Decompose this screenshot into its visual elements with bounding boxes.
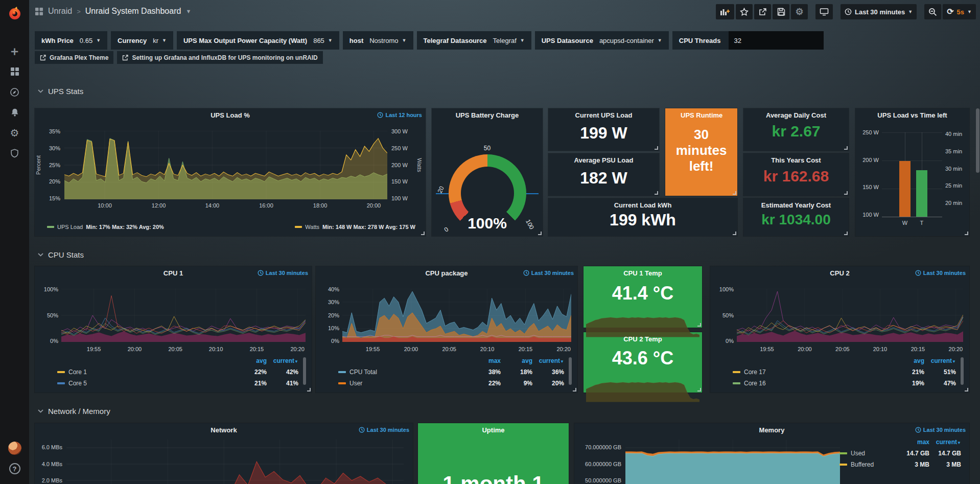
breadcrumb-page-title[interactable]: Unraid System Dashboard bbox=[85, 7, 181, 16]
link-grafana-plex-theme[interactable]: Grafana Plex Theme bbox=[35, 51, 113, 64]
refresh-button[interactable]: ⟳ 5s ▼ bbox=[943, 4, 976, 19]
cycle-view-mode-button[interactable] bbox=[815, 4, 833, 19]
legend-column-avg[interactable]: avg bbox=[501, 357, 532, 364]
variable-currency[interactable]: Currency kr▼ bbox=[111, 31, 173, 50]
panel-title[interactable]: This Years Cost bbox=[759, 156, 833, 164]
panel-resize-handle[interactable] bbox=[573, 388, 576, 391]
panel-title[interactable]: Current Load kWh bbox=[564, 201, 722, 209]
legend-item-watts[interactable]: WattsMin: 148 W Max: 278 W Avg: 175 W bbox=[295, 224, 415, 230]
panel-resize-handle[interactable] bbox=[655, 146, 658, 150]
legend-scrollbar[interactable] bbox=[303, 357, 306, 385]
panel-resize-handle[interactable] bbox=[965, 388, 968, 391]
panel-title[interactable]: UPS Battery Charge bbox=[447, 111, 527, 119]
panel-title[interactable]: CPU 1 Temp bbox=[599, 269, 687, 277]
panel-resize-handle[interactable] bbox=[844, 232, 848, 235]
panel-resize-handle[interactable] bbox=[421, 232, 425, 235]
panel-cpu2: CPU 2 Last 30 minutes 100%50%0% 19:5520:… bbox=[710, 266, 969, 393]
legend-column-current[interactable]: current▼ bbox=[532, 357, 564, 364]
refresh-interval-label[interactable]: 5s bbox=[957, 8, 964, 16]
alerting-bell-icon[interactable] bbox=[0, 102, 29, 123]
user-avatar[interactable] bbox=[0, 438, 29, 458]
panel-resize-handle[interactable] bbox=[697, 323, 701, 327]
save-button[interactable] bbox=[773, 4, 789, 19]
panel-resize-handle[interactable] bbox=[844, 146, 848, 150]
link-ups-monitoring-guide[interactable]: Setting up Grafana and InfluxDB for UPS … bbox=[117, 51, 322, 64]
panel-title[interactable]: Uptime bbox=[433, 426, 553, 434]
panel-time-range[interactable]: Last 30 minutes bbox=[915, 270, 966, 276]
page-scrollbar-thumb[interactable] bbox=[976, 108, 979, 173]
axis-tick: 300 W bbox=[391, 129, 413, 134]
panel-title[interactable]: Average PSU Load bbox=[564, 156, 644, 164]
dashboard-settings-button[interactable]: ⚙ bbox=[791, 4, 808, 19]
add-icon[interactable]: ＋ bbox=[0, 41, 29, 61]
panel-title[interactable]: CPU 2 Temp bbox=[599, 335, 687, 343]
star-button[interactable] bbox=[736, 4, 753, 19]
y-axis-left: 100%50%0% bbox=[714, 287, 734, 344]
panel-title[interactable]: Current UPS Load bbox=[564, 111, 644, 119]
legend-series-name[interactable]: Core 5 bbox=[57, 380, 235, 387]
configuration-gear-icon[interactable]: ⚙ bbox=[0, 123, 29, 143]
panel-time-range[interactable]: Last 30 minutes bbox=[359, 427, 409, 433]
legend-column-max[interactable]: max bbox=[469, 357, 501, 364]
panel-resize-handle[interactable] bbox=[538, 232, 542, 235]
panel-resize-handle[interactable] bbox=[965, 232, 968, 235]
variable-kwh-price[interactable]: kWh Price 0.65▼ bbox=[35, 31, 107, 50]
breadcrumb-caret-icon[interactable]: ▼ bbox=[185, 8, 191, 14]
legend-series-name[interactable]: Used bbox=[839, 450, 898, 457]
legend-series-name[interactable]: Buffered bbox=[839, 461, 898, 468]
panel-time-range[interactable]: Last 30 minutes bbox=[258, 270, 308, 276]
server-admin-shield-icon[interactable] bbox=[0, 143, 29, 164]
legend-column-avg[interactable]: avg bbox=[893, 357, 924, 364]
panel-title[interactable]: UPS Runtime bbox=[681, 111, 722, 119]
variable-ups-datasource[interactable]: UPS Datasource apcupsd-container▼ bbox=[535, 31, 669, 50]
dashboards-icon[interactable] bbox=[0, 61, 29, 82]
legend-series-name[interactable]: User bbox=[338, 380, 469, 387]
panel-title[interactable]: Average Daily Cost bbox=[759, 111, 833, 119]
cpu-threads-input[interactable] bbox=[729, 31, 824, 50]
variable-ups-max-output[interactable]: UPS Max Output Power Capacity (Watt) 865… bbox=[177, 31, 339, 50]
legend-column-avg[interactable]: avg bbox=[235, 357, 267, 364]
share-button[interactable] bbox=[754, 4, 771, 19]
help-icon[interactable]: ? bbox=[0, 458, 29, 479]
row-header-cpu-stats[interactable]: CPU Stats bbox=[38, 250, 84, 259]
time-range-picker[interactable]: Last 30 minutes ▼ bbox=[841, 4, 917, 19]
variable-telegraf-datasource[interactable]: Telegraf Datasource Telegraf▼ bbox=[417, 31, 531, 50]
panel-resize-handle[interactable] bbox=[307, 388, 311, 391]
legend-series-name[interactable]: Core 1 bbox=[57, 368, 235, 376]
legend-series-name[interactable]: CPU Total bbox=[338, 368, 469, 376]
variable-host[interactable]: host Nostromo▼ bbox=[343, 31, 413, 50]
panel-title[interactable]: UPS Load % bbox=[50, 111, 410, 119]
legend-column-current[interactable]: current▼ bbox=[267, 357, 298, 364]
panel-resize-handle[interactable] bbox=[733, 191, 736, 195]
panel-title[interactable]: Network bbox=[50, 426, 398, 434]
legend-column-max[interactable]: max bbox=[898, 439, 929, 446]
legend-value: 3 MB bbox=[929, 461, 961, 468]
row-header-network-memory[interactable]: Network / Memory bbox=[38, 407, 110, 416]
panel-time-range[interactable]: Last 30 minutes bbox=[915, 427, 966, 433]
row-header-ups-stats[interactable]: UPS Stats bbox=[38, 87, 83, 96]
panel-title[interactable]: Memory bbox=[590, 426, 954, 434]
legend-column-current[interactable]: current▼ bbox=[924, 357, 956, 364]
panel-resize-handle[interactable] bbox=[844, 191, 848, 195]
panel-title[interactable]: Estimated Yearly Cost bbox=[759, 201, 833, 209]
legend-series-name[interactable]: Core 16 bbox=[733, 380, 893, 387]
panel-resize-handle[interactable] bbox=[697, 388, 701, 391]
bar-W bbox=[899, 161, 911, 217]
legend-series-name[interactable]: Core 17 bbox=[733, 368, 893, 376]
explore-icon[interactable] bbox=[0, 82, 29, 102]
breadcrumb-app[interactable]: Unraid bbox=[48, 7, 72, 16]
breadcrumb-separator: > bbox=[77, 8, 81, 15]
axis-tick: 20:10 bbox=[873, 346, 888, 352]
panel-resize-handle[interactable] bbox=[733, 232, 736, 235]
panel-time-range[interactable]: Last 30 minutes bbox=[523, 270, 574, 276]
zoom-out-button[interactable] bbox=[924, 4, 941, 19]
panel-time-range[interactable]: Last 12 hours bbox=[377, 112, 422, 118]
panel-title[interactable]: UPS Load vs Time left bbox=[858, 111, 966, 119]
legend-scrollbar[interactable] bbox=[569, 357, 572, 385]
legend-scrollbar[interactable] bbox=[961, 357, 964, 385]
add-panel-button[interactable] bbox=[716, 4, 734, 19]
grafana-logo-icon[interactable] bbox=[0, 0, 29, 27]
legend-item-ups-load[interactable]: UPS LoadMin: 17% Max: 32% Avg: 20% bbox=[47, 224, 164, 230]
panel-resize-handle[interactable] bbox=[655, 191, 658, 195]
legend-column-current[interactable]: current▼ bbox=[929, 439, 961, 446]
